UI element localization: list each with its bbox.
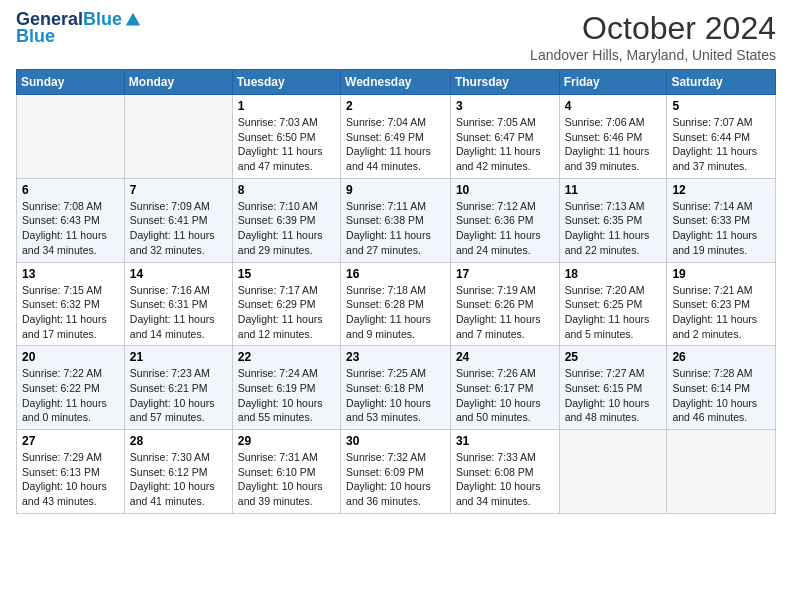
- day-info: Sunrise: 7:27 AMSunset: 6:15 PMDaylight:…: [565, 366, 662, 425]
- day-number: 30: [346, 434, 445, 448]
- calendar-cell: 17Sunrise: 7:19 AMSunset: 6:26 PMDayligh…: [450, 262, 559, 346]
- day-info: Sunrise: 7:06 AMSunset: 6:46 PMDaylight:…: [565, 115, 662, 174]
- day-number: 26: [672, 350, 770, 364]
- day-info: Sunrise: 7:30 AMSunset: 6:12 PMDaylight:…: [130, 450, 227, 509]
- day-number: 2: [346, 99, 445, 113]
- day-number: 16: [346, 267, 445, 281]
- day-info: Sunrise: 7:04 AMSunset: 6:49 PMDaylight:…: [346, 115, 445, 174]
- calendar-cell: 24Sunrise: 7:26 AMSunset: 6:17 PMDayligh…: [450, 346, 559, 430]
- calendar-cell: 1Sunrise: 7:03 AMSunset: 6:50 PMDaylight…: [232, 95, 340, 179]
- day-info: Sunrise: 7:16 AMSunset: 6:31 PMDaylight:…: [130, 283, 227, 342]
- day-info: Sunrise: 7:13 AMSunset: 6:35 PMDaylight:…: [565, 199, 662, 258]
- day-info: Sunrise: 7:21 AMSunset: 6:23 PMDaylight:…: [672, 283, 770, 342]
- day-number: 3: [456, 99, 554, 113]
- day-info: Sunrise: 7:11 AMSunset: 6:38 PMDaylight:…: [346, 199, 445, 258]
- day-number: 13: [22, 267, 119, 281]
- calendar-cell: 18Sunrise: 7:20 AMSunset: 6:25 PMDayligh…: [559, 262, 667, 346]
- calendar-cell: 4Sunrise: 7:06 AMSunset: 6:46 PMDaylight…: [559, 95, 667, 179]
- day-number: 9: [346, 183, 445, 197]
- day-info: Sunrise: 7:25 AMSunset: 6:18 PMDaylight:…: [346, 366, 445, 425]
- day-info: Sunrise: 7:33 AMSunset: 6:08 PMDaylight:…: [456, 450, 554, 509]
- header: GeneralBlue Blue October 2024 Landover H…: [16, 10, 776, 63]
- day-number: 19: [672, 267, 770, 281]
- month-title: October 2024: [530, 10, 776, 47]
- calendar-cell: 26Sunrise: 7:28 AMSunset: 6:14 PMDayligh…: [667, 346, 776, 430]
- day-info: Sunrise: 7:23 AMSunset: 6:21 PMDaylight:…: [130, 366, 227, 425]
- calendar-cell: 25Sunrise: 7:27 AMSunset: 6:15 PMDayligh…: [559, 346, 667, 430]
- calendar-cell: 30Sunrise: 7:32 AMSunset: 6:09 PMDayligh…: [341, 430, 451, 514]
- day-info: Sunrise: 7:31 AMSunset: 6:10 PMDaylight:…: [238, 450, 335, 509]
- day-number: 12: [672, 183, 770, 197]
- day-info: Sunrise: 7:05 AMSunset: 6:47 PMDaylight:…: [456, 115, 554, 174]
- day-number: 23: [346, 350, 445, 364]
- day-info: Sunrise: 7:14 AMSunset: 6:33 PMDaylight:…: [672, 199, 770, 258]
- weekday-header-thursday: Thursday: [450, 70, 559, 95]
- day-info: Sunrise: 7:10 AMSunset: 6:39 PMDaylight:…: [238, 199, 335, 258]
- calendar-cell: [559, 430, 667, 514]
- calendar-cell: 8Sunrise: 7:10 AMSunset: 6:39 PMDaylight…: [232, 178, 340, 262]
- calendar-cell: 23Sunrise: 7:25 AMSunset: 6:18 PMDayligh…: [341, 346, 451, 430]
- day-info: Sunrise: 7:24 AMSunset: 6:19 PMDaylight:…: [238, 366, 335, 425]
- day-info: Sunrise: 7:09 AMSunset: 6:41 PMDaylight:…: [130, 199, 227, 258]
- weekday-header-friday: Friday: [559, 70, 667, 95]
- weekday-header-row: SundayMondayTuesdayWednesdayThursdayFrid…: [17, 70, 776, 95]
- day-number: 27: [22, 434, 119, 448]
- day-number: 25: [565, 350, 662, 364]
- calendar-cell: 13Sunrise: 7:15 AMSunset: 6:32 PMDayligh…: [17, 262, 125, 346]
- day-info: Sunrise: 7:07 AMSunset: 6:44 PMDaylight:…: [672, 115, 770, 174]
- day-number: 20: [22, 350, 119, 364]
- day-number: 14: [130, 267, 227, 281]
- weekday-header-saturday: Saturday: [667, 70, 776, 95]
- calendar-cell: 27Sunrise: 7:29 AMSunset: 6:13 PMDayligh…: [17, 430, 125, 514]
- day-info: Sunrise: 7:19 AMSunset: 6:26 PMDaylight:…: [456, 283, 554, 342]
- weekday-header-sunday: Sunday: [17, 70, 125, 95]
- day-number: 6: [22, 183, 119, 197]
- calendar-cell: 31Sunrise: 7:33 AMSunset: 6:08 PMDayligh…: [450, 430, 559, 514]
- day-number: 29: [238, 434, 335, 448]
- calendar-cell: 29Sunrise: 7:31 AMSunset: 6:10 PMDayligh…: [232, 430, 340, 514]
- day-info: Sunrise: 7:08 AMSunset: 6:43 PMDaylight:…: [22, 199, 119, 258]
- svg-marker-0: [126, 13, 140, 26]
- day-number: 31: [456, 434, 554, 448]
- calendar-cell: 21Sunrise: 7:23 AMSunset: 6:21 PMDayligh…: [124, 346, 232, 430]
- calendar-cell: 3Sunrise: 7:05 AMSunset: 6:47 PMDaylight…: [450, 95, 559, 179]
- calendar-table: SundayMondayTuesdayWednesdayThursdayFrid…: [16, 69, 776, 514]
- calendar-cell: 9Sunrise: 7:11 AMSunset: 6:38 PMDaylight…: [341, 178, 451, 262]
- day-info: Sunrise: 7:26 AMSunset: 6:17 PMDaylight:…: [456, 366, 554, 425]
- day-info: Sunrise: 7:18 AMSunset: 6:28 PMDaylight:…: [346, 283, 445, 342]
- day-number: 18: [565, 267, 662, 281]
- day-info: Sunrise: 7:17 AMSunset: 6:29 PMDaylight:…: [238, 283, 335, 342]
- day-number: 4: [565, 99, 662, 113]
- day-info: Sunrise: 7:32 AMSunset: 6:09 PMDaylight:…: [346, 450, 445, 509]
- calendar-week-row: 1Sunrise: 7:03 AMSunset: 6:50 PMDaylight…: [17, 95, 776, 179]
- calendar-cell: 28Sunrise: 7:30 AMSunset: 6:12 PMDayligh…: [124, 430, 232, 514]
- logo-icon: [124, 11, 142, 29]
- day-info: Sunrise: 7:12 AMSunset: 6:36 PMDaylight:…: [456, 199, 554, 258]
- day-number: 8: [238, 183, 335, 197]
- day-info: Sunrise: 7:22 AMSunset: 6:22 PMDaylight:…: [22, 366, 119, 425]
- day-number: 28: [130, 434, 227, 448]
- calendar-week-row: 20Sunrise: 7:22 AMSunset: 6:22 PMDayligh…: [17, 346, 776, 430]
- calendar-cell: 5Sunrise: 7:07 AMSunset: 6:44 PMDaylight…: [667, 95, 776, 179]
- day-number: 17: [456, 267, 554, 281]
- day-info: Sunrise: 7:20 AMSunset: 6:25 PMDaylight:…: [565, 283, 662, 342]
- calendar-cell: [667, 430, 776, 514]
- day-info: Sunrise: 7:03 AMSunset: 6:50 PMDaylight:…: [238, 115, 335, 174]
- title-block: October 2024 Landover Hills, Maryland, U…: [530, 10, 776, 63]
- calendar-cell: [17, 95, 125, 179]
- calendar-week-row: 13Sunrise: 7:15 AMSunset: 6:32 PMDayligh…: [17, 262, 776, 346]
- location: Landover Hills, Maryland, United States: [530, 47, 776, 63]
- calendar-page: GeneralBlue Blue October 2024 Landover H…: [0, 0, 792, 524]
- day-number: 7: [130, 183, 227, 197]
- day-info: Sunrise: 7:28 AMSunset: 6:14 PMDaylight:…: [672, 366, 770, 425]
- logo: GeneralBlue Blue: [16, 10, 142, 47]
- calendar-cell: 22Sunrise: 7:24 AMSunset: 6:19 PMDayligh…: [232, 346, 340, 430]
- calendar-cell: 7Sunrise: 7:09 AMSunset: 6:41 PMDaylight…: [124, 178, 232, 262]
- day-number: 11: [565, 183, 662, 197]
- day-number: 15: [238, 267, 335, 281]
- day-info: Sunrise: 7:29 AMSunset: 6:13 PMDaylight:…: [22, 450, 119, 509]
- weekday-header-tuesday: Tuesday: [232, 70, 340, 95]
- calendar-cell: 15Sunrise: 7:17 AMSunset: 6:29 PMDayligh…: [232, 262, 340, 346]
- weekday-header-wednesday: Wednesday: [341, 70, 451, 95]
- day-number: 5: [672, 99, 770, 113]
